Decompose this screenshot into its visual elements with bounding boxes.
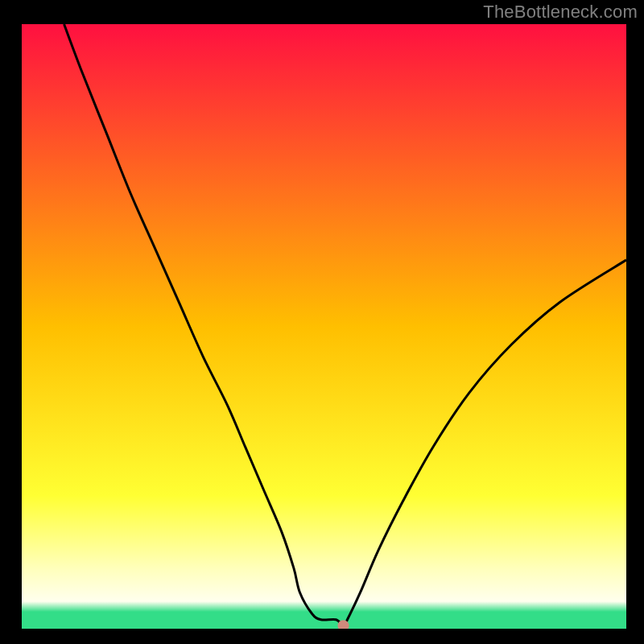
- plot-background: [22, 24, 626, 629]
- optimal-point-marker: [338, 620, 349, 631]
- bottleneck-chart: [0, 0, 644, 644]
- chart-container: { "watermark": "TheBottleneck.com", "cha…: [0, 0, 644, 644]
- watermark-text: TheBottleneck.com: [483, 2, 638, 23]
